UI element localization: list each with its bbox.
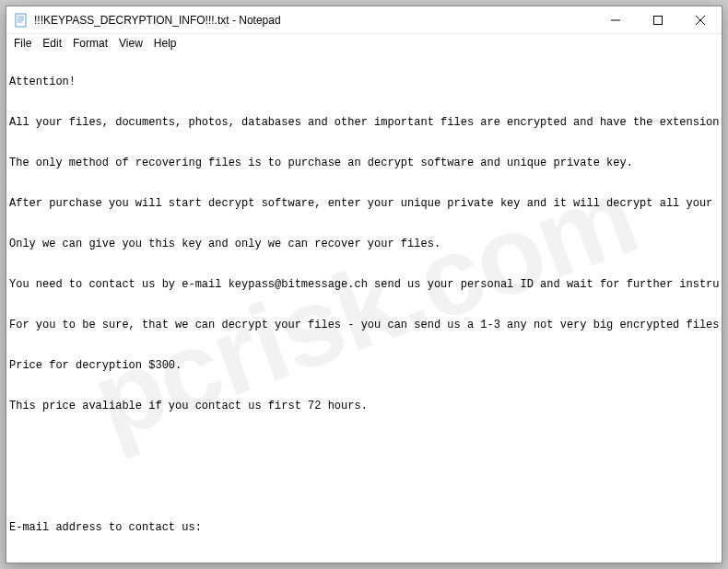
text-line (9, 295, 719, 315)
text-line (9, 538, 719, 558)
menu-file[interactable]: File (8, 36, 37, 51)
menu-view[interactable]: View (113, 36, 148, 51)
text-line: Only we can give you this key and only w… (9, 234, 719, 254)
text-line (9, 477, 719, 497)
menu-help[interactable]: Help (148, 36, 182, 51)
text-line (9, 436, 719, 457)
menubar: File Edit Format View Help (6, 34, 722, 52)
minimize-button[interactable] (594, 6, 637, 33)
text-line (9, 497, 719, 517)
text-line (9, 376, 719, 396)
svg-rect-6 (654, 16, 663, 24)
text-line (9, 173, 719, 193)
window-controls (594, 6, 722, 33)
text-line: You need to contact us by e-mail keypass… (9, 274, 719, 295)
text-line: keypass@bitmessage.ch (9, 558, 719, 563)
titlebar: !!!KEYPASS_DECRYPTION_INFO!!!.txt - Note… (6, 6, 722, 34)
window-title: !!!KEYPASS_DECRYPTION_INFO!!!.txt - Note… (34, 14, 594, 27)
text-line: The only method of recovering files is t… (9, 153, 719, 173)
notepad-icon (14, 13, 29, 28)
notepad-window: !!!KEYPASS_DECRYPTION_INFO!!!.txt - Note… (6, 6, 722, 563)
text-line: Attention! (9, 72, 719, 92)
text-line: E-mail address to contact us: (9, 517, 719, 538)
text-line: All your files, documents, photos, datab… (9, 112, 719, 133)
text-line (9, 133, 719, 153)
document-text: Attention! All your files, documents, ph… (9, 52, 719, 563)
menu-format[interactable]: Format (67, 36, 113, 51)
text-line (9, 92, 719, 112)
text-line: Price for decryption $300. (9, 355, 719, 376)
text-line (9, 254, 719, 274)
text-line (9, 457, 719, 477)
text-line: For you to be sure, that we can decrypt … (9, 315, 719, 335)
menu-edit[interactable]: Edit (37, 36, 67, 51)
maximize-button[interactable] (637, 6, 679, 33)
text-editor-area[interactable]: pcrisk.com Attention! All your files, do… (6, 52, 722, 563)
text-line (9, 416, 719, 436)
text-line (9, 214, 719, 234)
text-line (9, 335, 719, 355)
text-line: This price avaliable if you contact us f… (9, 396, 719, 416)
close-button[interactable] (679, 6, 722, 33)
text-line: After purchase you will start decrypt so… (9, 193, 719, 214)
